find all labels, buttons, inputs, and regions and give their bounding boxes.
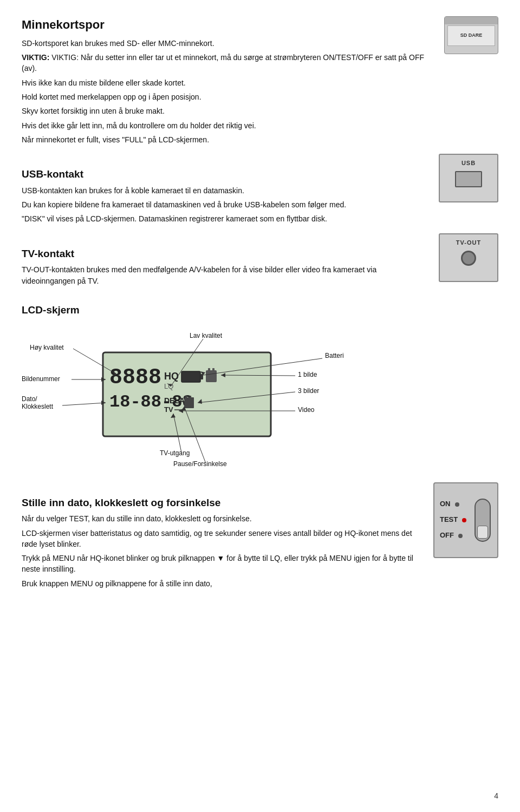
minnekortspor-para7: Når minnekortet er fullt, vises "FULL" p… [22, 134, 433, 145]
minnekortspor-para2: VIKTIG: VIKTIG: Når du setter inn eller … [22, 52, 433, 74]
switch-on-row: ON [440, 499, 459, 509]
svg-rect-12 [185, 396, 187, 398]
usb-kontakt-para3: "DISK" vil vises på LCD-skjermen. Datama… [22, 213, 428, 224]
svg-text:Lav kvalitet: Lav kvalitet [190, 332, 223, 339]
svg-text:8888: 8888 [109, 365, 161, 390]
page-number: 4 [494, 790, 498, 801]
lcd-skjerm-section: LCD-skjerm 8888 HQ LQ 18-88-88 DELAY [22, 303, 498, 475]
minnekortspor-section: Minnekortspor SD-kortsporet kan brukes m… [22, 16, 498, 148]
svg-rect-13 [190, 396, 191, 398]
lcd-diagram-wrapper: 8888 HQ LQ 18-88-88 DELAY TV [22, 323, 412, 474]
svg-text:Klokkeslett: Klokkeslett [22, 403, 54, 410]
svg-rect-7 [208, 368, 210, 371]
svg-text:Batteri: Batteri [325, 352, 344, 359]
svg-text:Pause/Forsinkelse: Pause/Forsinkelse [173, 460, 227, 468]
tv-kontakt-title: TV-kontakt [22, 246, 428, 261]
usb-port-hole [455, 171, 482, 187]
svg-text:Bildenummer: Bildenummer [22, 375, 60, 383]
stille-inn-para2: LCD-skjermen viser batteristatus og dato… [22, 528, 422, 550]
svg-text:Dato/: Dato/ [22, 395, 37, 403]
stille-inn-title: Stille inn dato, klokkeslett og forsinke… [22, 495, 422, 510]
svg-line-30 [62, 403, 106, 405]
lcd-skjerm-title: LCD-skjerm [22, 303, 498, 318]
sd-card-graphic: SD DARE [444, 16, 498, 54]
switch-test-row: TEST [440, 515, 466, 525]
on-test-off-switch: ON TEST OFF [433, 482, 498, 558]
stille-inn-section: Stille inn dato, klokkeslett og forsinke… [22, 482, 498, 592]
svg-text:LQ: LQ [164, 382, 173, 390]
svg-rect-4 [181, 371, 200, 382]
svg-rect-11 [184, 397, 194, 408]
usb-port-label: USB [461, 159, 476, 168]
svg-text:3 bilder: 3 bilder [298, 387, 319, 395]
off-dot [458, 534, 463, 538]
switch-image: ON TEST OFF [433, 482, 498, 558]
on-label: ON [440, 499, 451, 509]
usb-port-image: USB [439, 154, 498, 202]
tv-kontakt-section: TV-kontakt TV-OUT-kontakten brukes med d… [22, 233, 498, 290]
on-dot [455, 502, 459, 507]
test-dot [462, 518, 466, 522]
tvout-port-label: TV-OUT [456, 239, 481, 247]
stille-inn-para3: Trykk på MENU når HQ-ikonet blinker og b… [22, 553, 422, 575]
off-label: OFF [440, 531, 454, 541]
svg-rect-5 [200, 374, 203, 379]
usb-kontakt-para1: USB-kontakten kan brukes for å koble kam… [22, 185, 428, 196]
svg-rect-6 [206, 370, 217, 382]
lcd-diagram-svg: 8888 HQ LQ 18-88-88 DELAY TV [22, 323, 412, 472]
minnekortspor-para6: Hvis det ikke går lett inn, må du kontro… [22, 120, 433, 131]
svg-text:Høy kvalitet: Høy kvalitet [30, 344, 64, 351]
svg-text:Video: Video [298, 406, 315, 414]
tvout-port-image: TV-OUT [439, 233, 498, 282]
tv-kontakt-para1: TV-OUT-kontakten brukes med den medfølge… [22, 264, 428, 286]
svg-text:HQ: HQ [164, 371, 179, 382]
switch-off-row: OFF [440, 531, 463, 541]
tvout-port-hole [461, 251, 476, 266]
stille-inn-para4: Bruk knappen MENU og pilknappene for å s… [22, 578, 422, 589]
minnekortspor-para5: Skyv kortet forsiktig inn uten å bruke m… [22, 106, 433, 116]
minnekortspor-para1: SD-kortsporet kan brukes med SD- eller M… [22, 38, 433, 49]
minnekortspor-para3: Hvis ikke kan du miste bildene eller ska… [22, 77, 433, 88]
svg-text:1 bilde: 1 bilde [298, 371, 317, 378]
tvout-port-graphic: TV-OUT [439, 233, 498, 282]
sd-card-image: SD DARE [444, 16, 498, 54]
tv-kontakt-text: TV-kontakt TV-OUT-kontakten brukes med d… [22, 233, 428, 290]
minnekortspor-title: Minnekortspor [22, 16, 433, 34]
usb-kontakt-section: USB-kontakt USB-kontakten kan brukes for… [22, 154, 498, 227]
svg-text:TV-utgang: TV-utgang [160, 449, 190, 457]
svg-rect-8 [212, 368, 214, 371]
minnekortspor-para4: Hold kortet med merkelappen opp og i åpe… [22, 91, 433, 102]
usb-kontakt-para2: Du kan kopiere bildene fra kameraet til … [22, 199, 428, 210]
sd-card-label: SD DARE [447, 25, 495, 46]
test-label: TEST [440, 515, 458, 525]
svg-text:TV: TV [164, 405, 173, 414]
switch-toggle-graphic [474, 499, 491, 542]
usb-port-graphic: USB [439, 154, 498, 202]
minnekortspor-text: Minnekortspor SD-kortsporet kan brukes m… [22, 16, 433, 148]
usb-kontakt-title: USB-kontakt [22, 167, 428, 182]
stille-inn-para1: Når du velger TEST, kan du stille inn da… [22, 513, 422, 524]
usb-kontakt-text: USB-kontakt USB-kontakten kan brukes for… [22, 154, 428, 227]
switch-knob [477, 526, 488, 539]
stille-inn-text: Stille inn dato, klokkeslett og forsinke… [22, 482, 422, 592]
